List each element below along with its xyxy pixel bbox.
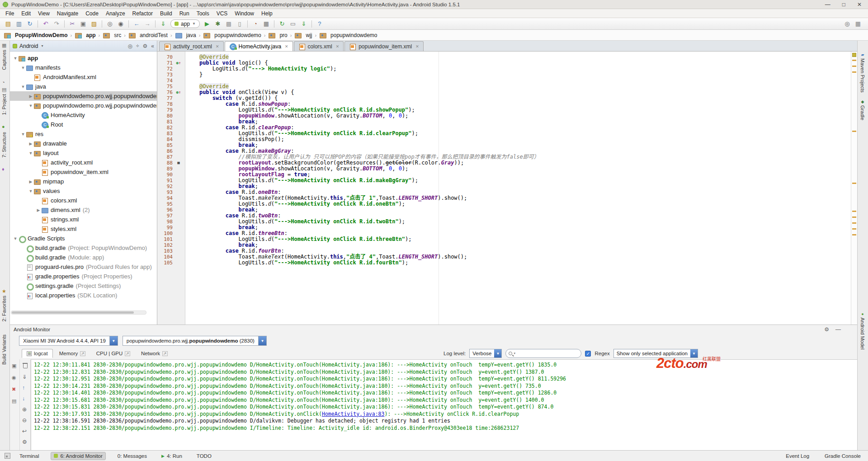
menu-edit[interactable]: Edit: [18, 9, 34, 18]
collapse-all-icon[interactable]: ÷: [136, 43, 139, 49]
gradle-sync-icon[interactable]: ↻: [277, 19, 288, 28]
back-icon[interactable]: ←: [131, 19, 142, 28]
terminate-app-icon[interactable]: ✖: [12, 386, 16, 392]
sync-icon[interactable]: ↻: [24, 19, 35, 28]
menu-window[interactable]: Window: [231, 9, 258, 18]
tree-item-Gradle Scripts[interactable]: ▼Gradle Scripts: [10, 234, 157, 243]
project-icon[interactable]: ▤: [2, 87, 6, 93]
chevron-down-icon[interactable]: ▼: [258, 336, 266, 345]
save-icon[interactable]: ▥: [14, 19, 24, 28]
breadcrumb-item-PopupWindowDemo[interactable]: PopupWindowDemo: [4, 32, 68, 38]
expanded-arrow-icon[interactable]: ▼: [20, 85, 26, 89]
process-selector[interactable]: popupwindowdemo.pro.wjj.popupwindowdemo …: [123, 336, 267, 346]
log-source-link[interactable]: HomeActivity.java:83: [322, 411, 384, 417]
chevron-down-icon[interactable]: ▾: [41, 44, 43, 48]
captures-icon[interactable]: ▦: [261, 19, 272, 28]
monitor-tab-logcat[interactable]: logcat: [22, 349, 53, 358]
sdk-manager-icon[interactable]: ⇓: [298, 19, 309, 28]
warning-mark-icon[interactable]: [852, 66, 856, 67]
expanded-arrow-icon[interactable]: ▼: [20, 66, 26, 70]
tree-item-java[interactable]: ▼java: [10, 82, 157, 91]
menu-analyze[interactable]: Analyze: [102, 9, 129, 18]
statusbar-item-4: Run[interactable]: ▶4: Run: [159, 452, 185, 460]
close-tab-icon[interactable]: ✕: [285, 44, 288, 49]
warning-mark-icon[interactable]: [852, 211, 856, 212]
debug-icon[interactable]: ✱: [212, 19, 223, 28]
tree-item-app[interactable]: ▼app: [10, 53, 157, 63]
clock-icon[interactable]: ◔: [2, 80, 5, 85]
monitor-tab-Network[interactable]: Network↗: [137, 349, 172, 358]
profiler-icon[interactable]: ◔: [250, 19, 261, 28]
tool-tab-favorites[interactable]: 2: Favorites: [1, 296, 7, 321]
tree-item-local.properties[interactable]: local.properties (SDK Location): [10, 291, 157, 300]
settings-icon[interactable]: ⚙: [143, 43, 148, 49]
expanded-arrow-icon[interactable]: ▼: [28, 189, 33, 193]
editor-tab-activity_root.xml[interactable]: activity_root.xml✕: [159, 41, 224, 51]
android-icon[interactable]: ●: [2, 124, 5, 129]
export-log-icon[interactable]: ⇓: [22, 374, 27, 380]
attach-debugger-icon[interactable]: ▯: [234, 19, 245, 28]
tree-item-drawable[interactable]: ▶drawable: [10, 139, 157, 148]
device-selector[interactable]: Xiaomi MI 3W Android 4.4.4, API 19 ▼: [19, 336, 118, 346]
breadcrumb-item-src[interactable]: src: [103, 32, 121, 38]
menu-run[interactable]: Run: [176, 9, 193, 18]
tree-item-popupwindowdemo.pro.wjj.popupwindowdemo.Activity[interactable]: ▼popupwindowdemo.pro.wjj.popupwindowdemo…: [10, 101, 157, 110]
locate-icon[interactable]: ◎: [127, 43, 132, 49]
toolwindow-toggle-icon[interactable]: [5, 453, 10, 459]
tree-item-styles.xml[interactable]: styles.xml: [10, 224, 157, 234]
paste-icon[interactable]: ▨: [89, 19, 99, 28]
tree-item-build.gradle[interactable]: build.gradle (Module: app): [10, 253, 157, 262]
open-icon[interactable]: ▤: [3, 19, 14, 28]
tree-item-proguard-rules.pro[interactable]: proguard-rules.pro (ProGuard Rules for a…: [10, 262, 157, 272]
close-tab-icon[interactable]: ✕: [336, 44, 340, 49]
minimize-button[interactable]: —: [825, 1, 830, 8]
minimize-icon[interactable]: —: [835, 326, 841, 333]
menu-code[interactable]: Code: [82, 9, 102, 18]
tool-tab-android-model[interactable]: ● Android Model: [860, 312, 865, 349]
log-level-select[interactable]: Verbose ▼: [469, 349, 502, 358]
collapsed-arrow-icon[interactable]: ▶: [36, 208, 41, 212]
override-marker-icon[interactable]: ●↑: [173, 89, 184, 95]
clear-logcat-icon[interactable]: [23, 363, 28, 368]
logcat-settings-icon[interactable]: ⚙: [22, 439, 27, 445]
run-icon[interactable]: ▶: [202, 19, 212, 28]
tree-item-res[interactable]: ▼res: [10, 129, 157, 139]
logcat-search-box[interactable]: ▾: [505, 349, 581, 358]
tool-tab-gradle[interactable]: ◆ Gradle: [860, 99, 865, 120]
scroll-down-icon[interactable]: ↓: [22, 395, 25, 402]
settings-icon[interactable]: ⚙: [824, 326, 829, 333]
menu-navigate[interactable]: Navigate: [53, 9, 82, 18]
captures-grid-icon[interactable]: ▦: [2, 42, 6, 48]
statusbar-item-Gradle Console[interactable]: Gradle Console: [822, 452, 863, 460]
search-everywhere-icon[interactable]: ◎: [842, 19, 853, 28]
menu-file[interactable]: File: [2, 9, 18, 18]
tool-windows-icon[interactable]: ▦: [853, 19, 863, 28]
tree-item-build.gradle[interactable]: build.gradle (Project: PopupWindowDemo): [10, 243, 157, 253]
tree-item-mipmap[interactable]: ▶mipmap: [10, 177, 157, 186]
tree-item-AndroidManifest.xml[interactable]: AndroidManifest.xml: [10, 72, 157, 82]
expanded-arrow-icon[interactable]: ▼: [13, 236, 18, 241]
override-marker-icon[interactable]: ●↑: [173, 60, 184, 66]
tree-item-gradle.properties[interactable]: gradle.properties (Project Properties): [10, 272, 157, 281]
breadcrumb-item-wjj[interactable]: wjj: [294, 32, 312, 38]
inspection-status-icon[interactable]: [852, 53, 856, 57]
favorites-icon[interactable]: ★: [2, 288, 6, 294]
breadcrumb-item-app[interactable]: app: [75, 32, 95, 38]
expand-icon[interactable]: ⊕: [22, 406, 27, 413]
collapse-icon[interactable]: ⊖: [22, 417, 27, 423]
tree-item-popupwindowdemo.pro.wjj.popupwindowdemo[interactable]: ▶popupwindowdemo.pro.wjj.popupwindowdemo…: [10, 91, 157, 101]
layout-inspector-icon[interactable]: ▤: [12, 398, 16, 404]
avd-manager-icon[interactable]: ▭: [288, 19, 298, 28]
coverage-icon[interactable]: ▩: [223, 19, 234, 28]
redo-icon[interactable]: ↷: [51, 19, 62, 28]
statusbar-item-0: Messages[interactable]: 0: Messages: [115, 452, 150, 460]
editor-tab-colors.xml[interactable]: colors.xml✕: [294, 41, 344, 51]
expanded-arrow-icon[interactable]: ▼: [28, 151, 33, 155]
run-configuration-select[interactable]: app▼: [170, 19, 200, 28]
breadcrumb-item-pro[interactable]: pro: [268, 32, 287, 38]
warning-mark-icon[interactable]: [852, 183, 856, 184]
copy-icon[interactable]: ▣: [78, 19, 89, 28]
find-icon[interactable]: ◎: [104, 19, 115, 28]
logcat-output[interactable]: 12-22 12:30:11.841 2830-2830/popupwindow…: [31, 359, 857, 450]
error-stripe[interactable]: [851, 52, 857, 325]
